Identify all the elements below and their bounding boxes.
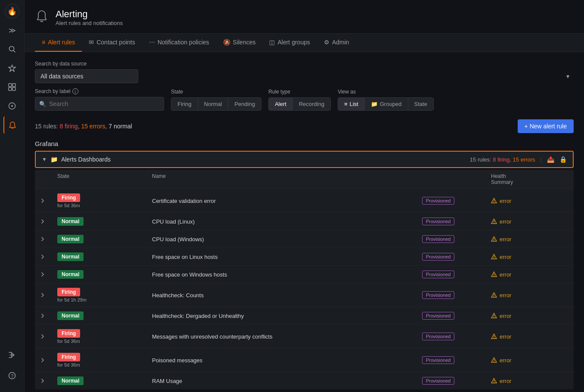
row-expand-btn[interactable] xyxy=(40,254,57,259)
page-title: Alerting xyxy=(56,9,123,20)
sidebar-item-explore[interactable] xyxy=(3,97,21,115)
provisioned-badge: Provisioned xyxy=(422,271,454,278)
health-label: error xyxy=(500,313,511,319)
alert-groups-tab-icon: ◫ xyxy=(269,39,275,46)
viewas-grouped-btn[interactable]: 📁 Grouped xyxy=(365,98,408,110)
provisioned-badge: Provisioned xyxy=(422,312,454,320)
alert-rules-tab-label: Alert rules xyxy=(48,39,75,46)
row-expand-btn[interactable] xyxy=(40,313,57,318)
sidebar-item-dashboards[interactable] xyxy=(3,78,21,96)
tab-alert-groups[interactable]: ◫ Alert groups xyxy=(262,34,317,52)
health-label: error xyxy=(500,198,511,204)
provisioned-cell: Provisioned xyxy=(422,312,491,320)
health-label: error xyxy=(500,378,511,384)
sidebar-item-alerting[interactable] xyxy=(3,116,21,134)
group-title: Grafana xyxy=(35,140,574,147)
filter-section: Search by data source All data sources S… xyxy=(35,61,574,111)
sidebar-item-signin[interactable] xyxy=(3,346,21,364)
ruletype-alert-btn[interactable]: Alert xyxy=(269,98,293,110)
datasource-select[interactable]: All data sources xyxy=(35,69,138,83)
row-expand-btn[interactable] xyxy=(40,334,57,339)
state-cell: Firing for 5d 36m xyxy=(57,353,152,367)
state-normal-btn[interactable]: Normal xyxy=(198,98,229,110)
state-badge: Normal xyxy=(57,311,84,320)
col-name: Name xyxy=(152,173,422,179)
table-row: Normal Free space on Windows hosts Provi… xyxy=(35,266,574,283)
lock-icon[interactable]: 🔒 xyxy=(559,156,567,163)
state-for: for 5d 36m xyxy=(57,339,152,344)
rules-summary: 15 rules: 8 firing, 15 errors, 7 normal xyxy=(35,123,132,130)
health-label: error xyxy=(500,292,511,299)
tab-contact-points[interactable]: ✉ Contact points xyxy=(82,34,142,52)
sidebar-item-help[interactable]: ? xyxy=(3,367,21,384)
new-alert-rule-button[interactable]: + New alert rule xyxy=(518,119,574,133)
group-header[interactable]: ▼ 📁 Alerts Dashboards 15 rules: 8 firing… xyxy=(35,151,574,168)
state-badge: Firing xyxy=(57,353,80,361)
search-icon: 🔍 xyxy=(39,101,46,107)
state-pending-btn[interactable]: Pending xyxy=(228,98,261,110)
contact-points-tab-label: Contact points xyxy=(96,39,135,46)
warning-icon xyxy=(491,378,497,384)
group-header-left: ▼ 📁 Alerts Dashboards xyxy=(42,156,111,163)
state-badge: Normal xyxy=(57,376,84,385)
state-cell: Normal xyxy=(57,217,152,226)
row-expand-btn[interactable] xyxy=(40,198,57,203)
sidebar-item-search[interactable] xyxy=(3,40,21,58)
provisioned-cell: Provisioned xyxy=(422,218,491,225)
ruletype-filter-group: Alert Recording xyxy=(268,97,331,111)
page-header: Alerting Alert rules and notifications xyxy=(25,0,584,34)
grafana-logo[interactable]: 🔥 xyxy=(4,3,20,19)
sidebar-toggle-button[interactable]: ≫ xyxy=(6,24,18,36)
row-expand-btn[interactable] xyxy=(40,236,57,242)
svg-point-20 xyxy=(494,258,494,258)
admin-tab-label: Admin xyxy=(332,39,349,46)
provisioned-badge: Provisioned xyxy=(422,356,454,364)
datasource-filter-label: Search by data source xyxy=(35,61,574,67)
list-icon: ≡ xyxy=(344,101,348,107)
firing-count: 8 firing xyxy=(60,123,78,130)
normal-count: 7 normal xyxy=(109,123,132,130)
content-area: Search by data source All data sources S… xyxy=(25,52,584,392)
state-badge: Normal xyxy=(57,235,84,243)
viewas-filter-label: View as xyxy=(338,89,434,95)
warning-icon xyxy=(491,254,497,260)
row-expand-btn[interactable] xyxy=(40,219,57,224)
provisioned-cell: Provisioned xyxy=(422,377,491,385)
row-expand-btn[interactable] xyxy=(40,272,57,277)
state-cell: Normal xyxy=(57,252,152,261)
row-expand-btn[interactable] xyxy=(40,358,57,363)
viewas-list-btn[interactable]: ≡ List xyxy=(338,98,365,110)
tab-notification-policies[interactable]: ⋯ Notification policies xyxy=(142,34,216,52)
tab-silences[interactable]: 🔕 Silences xyxy=(216,34,263,52)
alert-name: RAM Usage xyxy=(152,378,422,384)
tab-admin[interactable]: ⚙ Admin xyxy=(317,34,356,52)
state-cell: Normal xyxy=(57,376,152,385)
health-cell: error xyxy=(491,254,568,260)
row-expand-btn[interactable] xyxy=(40,292,57,298)
warning-icon xyxy=(491,333,497,339)
export-icon[interactable]: 📤 xyxy=(547,156,554,163)
search-input[interactable] xyxy=(35,97,164,111)
svg-line-3 xyxy=(14,51,16,53)
label-info-icon[interactable]: i xyxy=(72,88,78,94)
errors-count: 15 errors xyxy=(81,123,105,130)
table-row: Normal CPU load (Linux) Provisioned erro… xyxy=(35,213,574,230)
viewas-state-btn[interactable]: State xyxy=(408,98,433,110)
alert-name: Poisoned messages xyxy=(152,357,422,364)
provisioned-badge: Provisioned xyxy=(422,377,454,385)
ruletype-recording-btn[interactable]: Recording xyxy=(293,98,330,110)
state-firing-btn[interactable]: Firing xyxy=(171,98,198,110)
row-expand-btn[interactable] xyxy=(40,378,57,383)
health-cell: error xyxy=(491,271,568,278)
col-health: Health xyxy=(491,173,568,179)
contact-points-tab-icon: ✉ xyxy=(89,39,94,46)
col-summary: Summary xyxy=(491,179,568,185)
admin-tab-icon: ⚙ xyxy=(324,39,329,46)
alerting-icon xyxy=(35,9,49,26)
tab-alert-rules[interactable]: ≡ Alert rules xyxy=(35,34,82,52)
provisioned-badge: Provisioned xyxy=(422,291,454,299)
provisioned-cell: Provisioned xyxy=(422,235,491,243)
sidebar-item-starred[interactable] xyxy=(3,59,21,77)
alert-name: CPU load (Windows) xyxy=(152,236,422,243)
svg-point-26 xyxy=(494,317,494,317)
